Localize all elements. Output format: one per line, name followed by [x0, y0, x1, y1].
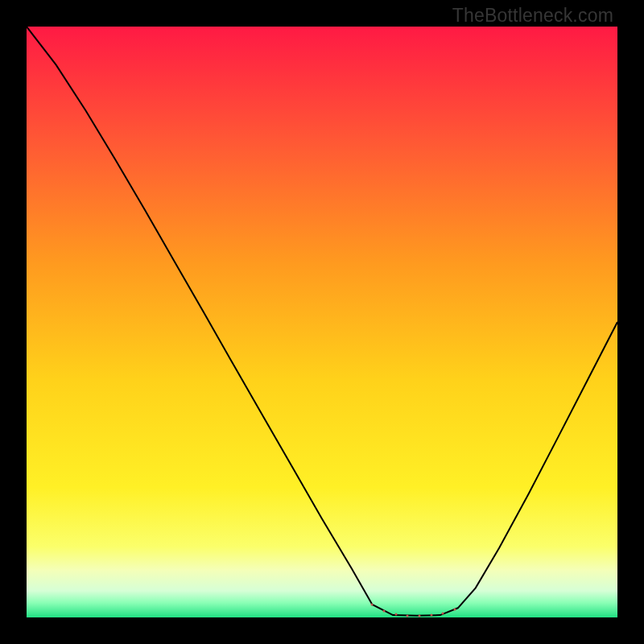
- watermark-text: TheBottleneck.com: [452, 5, 613, 27]
- curve-knot: [442, 612, 444, 614]
- curve-knot: [371, 603, 374, 605]
- curve-knot: [430, 614, 432, 617]
- curve-knot: [394, 613, 397, 615]
- curve-knot: [454, 609, 456, 611]
- curve-knot: [419, 614, 421, 617]
- bottleneck-curve: [27, 27, 617, 617]
- chart-frame: [27, 27, 617, 617]
- curve-knot: [383, 609, 386, 612]
- curve-knot: [407, 614, 409, 617]
